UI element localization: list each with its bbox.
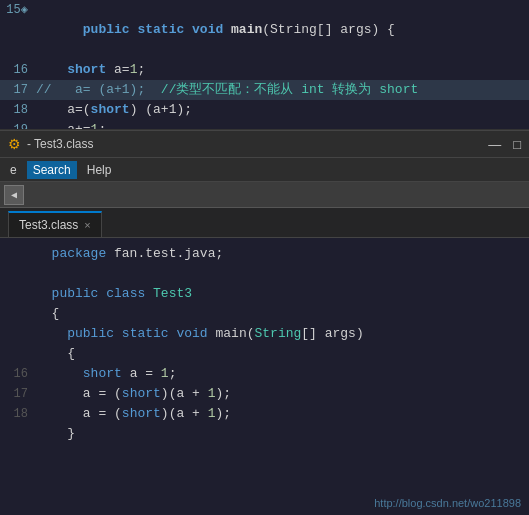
bottom-line-17: 17 a = (short)(a + 1); <box>0 384 529 404</box>
bottom-linenum-17: 17 <box>0 384 36 404</box>
title-bar-controls[interactable]: — □ <box>488 137 521 152</box>
bottom-content-main: public static void main(String[] args) <box>36 324 364 344</box>
error-comment: //类型不匹配：不能从 int 转换为 short <box>161 82 418 97</box>
bottom-content-18: a = (short)(a + 1); <box>36 404 231 424</box>
bottom-linenum-18: 18 <box>0 404 36 424</box>
bottom-line-blank1 <box>0 264 529 284</box>
num-1c: 1 <box>208 406 216 421</box>
code-content-16: short a=1; <box>36 60 145 80</box>
tab-bar: Test3.class × <box>0 208 529 238</box>
bottom-line-closebrace: } <box>0 424 529 444</box>
window-icon: ⚙ <box>8 136 21 152</box>
bottom-linenum-16: 16 <box>0 364 36 384</box>
bottom-content-class: public class Test3 <box>36 284 192 304</box>
bottom-editor: Test3.class × package fan.test.java; pub… <box>0 208 529 515</box>
bottom-line-package: package fan.test.java; <box>0 244 529 264</box>
menu-bar: e Search Help <box>0 158 529 182</box>
bottom-line-18: 18 a = (short)(a + 1); <box>0 404 529 424</box>
kw-static: static <box>122 326 169 341</box>
bottom-content-package: package fan.test.java; <box>36 244 223 264</box>
code-content-17: // a= (a+1); //类型不匹配：不能从 int 转换为 short <box>36 80 418 100</box>
code-line-16: 16 short a=1; <box>0 60 529 80</box>
bottom-content-brace2: { <box>36 344 75 364</box>
method-name: main <box>231 22 262 37</box>
kw-public: public <box>52 286 99 301</box>
bottom-content-brace1: { <box>36 304 59 324</box>
bottom-line-brace2: { <box>0 344 529 364</box>
line-num-17: 17 <box>0 80 36 100</box>
top-editor: 15◈ public static void main(String[] arg… <box>0 0 529 130</box>
num-1b: 1 <box>208 386 216 401</box>
kw-short-cast2: short <box>122 386 161 401</box>
maximize-button[interactable]: □ <box>513 137 521 152</box>
menu-item-search[interactable]: Search <box>27 161 77 179</box>
menu-item-help[interactable]: Help <box>81 161 118 179</box>
title-bar-left: ⚙ - Test3.class <box>8 136 93 152</box>
toolbar-back-button[interactable]: ◀ <box>4 185 24 205</box>
code-content-15: public static void main(String[] args) { <box>36 0 395 60</box>
code-content-18: a=(short) (a+1); <box>36 100 192 120</box>
bottom-content-closebrace: } <box>36 424 75 444</box>
tab-test3-class[interactable]: Test3.class × <box>8 211 102 237</box>
bottom-line-16: 16 short a = 1; <box>0 364 529 384</box>
bottom-line-class: public class Test3 <box>0 284 529 304</box>
bottom-line-brace1: { <box>0 304 529 324</box>
code-line-19: 19 a+=1; <box>0 120 529 130</box>
bottom-content-16: short a = 1; <box>36 364 176 384</box>
tab-label: Test3.class <box>19 218 78 232</box>
method-sig: (String[] args) { <box>262 22 395 37</box>
kw-public2: public <box>67 326 114 341</box>
kw-short-cast3: short <box>122 406 161 421</box>
line-num-18: 18 <box>0 100 36 120</box>
window-title: - Test3.class <box>27 137 93 151</box>
kw-short-cast: short <box>91 102 130 117</box>
line-num-16: 16 <box>0 60 36 80</box>
kw-class: class <box>106 286 145 301</box>
code-area: package fan.test.java; public class Test… <box>0 238 529 515</box>
toolbar: ◀ <box>0 182 529 208</box>
title-bar: ⚙ - Test3.class — □ <box>0 130 529 158</box>
line-num-19: 19 <box>0 120 36 130</box>
minimize-button[interactable]: — <box>488 137 501 152</box>
code-line-17: 17 // a= (a+1); //类型不匹配：不能从 int 转换为 shor… <box>0 80 529 100</box>
menu-item-e[interactable]: e <box>4 161 23 179</box>
num-1: 1 <box>161 366 169 381</box>
kw-short2: short <box>83 366 122 381</box>
line-num-15: 15◈ <box>0 0 36 20</box>
class-name: Test3 <box>153 286 192 301</box>
bottom-content-blank1 <box>36 264 44 284</box>
kw-package: package <box>52 246 107 261</box>
code-content-19: a+=1; <box>36 120 106 130</box>
bottom-line-main: public static void main(String[] args) <box>0 324 529 344</box>
tab-close-button[interactable]: × <box>84 219 90 231</box>
code-line-15: 15◈ public static void main(String[] arg… <box>0 0 529 60</box>
keyword-public: public static void <box>83 22 231 37</box>
code-line-18: 18 a=(short) (a+1); <box>0 100 529 120</box>
bottom-content-17: a = (short)(a + 1); <box>36 384 231 404</box>
kw-short: short <box>67 62 106 77</box>
kw-void: void <box>176 326 207 341</box>
class-string: String <box>255 326 302 341</box>
